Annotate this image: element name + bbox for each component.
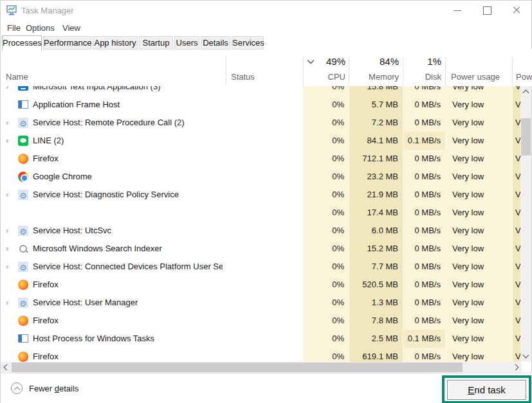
disk-cell: 0 MB/s: [403, 312, 445, 330]
tab-users[interactable]: Users: [174, 36, 199, 49]
cpu-cell: 0%: [303, 348, 349, 362]
tab-strip: ProcessesPerformanceApp historyStartupUs…: [2, 35, 531, 49]
column-header-memory[interactable]: Memory: [349, 72, 399, 82]
memory-cell: 21.9 MB: [349, 186, 403, 204]
expand-chevron-icon[interactable]: ›: [6, 190, 12, 199]
process-name: Service Host: Remote Procedure Call (2): [33, 118, 185, 127]
disk-cell: 0.1 MB/s: [403, 132, 445, 150]
process-row[interactable]: ›Microsoft Text Input Application (3)0%1…: [1, 86, 522, 96]
process-row[interactable]: ›Service Host: Connected Devices Platfor…: [1, 258, 522, 276]
expand-chevron-icon[interactable]: ›: [6, 262, 12, 271]
expand-chevron-icon[interactable]: ›: [6, 118, 12, 127]
tab-services[interactable]: Services: [232, 36, 264, 49]
column-header-name[interactable]: Name: [6, 72, 28, 82]
gear-icon: [18, 118, 28, 128]
process-row[interactable]: Firefox0%712.1 MB0 MB/sVery lowVe: [1, 150, 522, 168]
process-row[interactable]: Host Process for Windows Tasks0%2.5 MB0.…: [1, 330, 522, 348]
power-usage-cell: Very low: [445, 132, 512, 150]
vertical-scrollbar[interactable]: [520, 86, 531, 362]
cpu-cell: 0%: [303, 96, 349, 114]
disk-cell: 0 MB/s: [403, 186, 445, 204]
process-row[interactable]: Firefox0%520.5 MB0 MB/sVery lowVe: [1, 276, 522, 294]
task-manager-window: Task Manager File Options View Processes…: [0, 0, 532, 403]
firefox-icon: [18, 352, 28, 362]
column-header-status[interactable]: Status: [231, 72, 255, 82]
scroll-left-icon[interactable]: [4, 364, 10, 371]
process-row[interactable]: ›Service Host: User Manager0%1.3 MB0 MB/…: [1, 294, 522, 312]
cpu-cell: 0%: [303, 312, 349, 330]
tab-startup[interactable]: Startup: [139, 36, 173, 49]
memory-cell: 17.4 MB: [349, 204, 403, 222]
column-header-power-usage[interactable]: Power usage: [451, 72, 500, 82]
memory-cell: 84.1 MB: [349, 132, 403, 150]
gear-icon: [18, 226, 28, 236]
memory-cell: 1.3 MB: [349, 294, 403, 312]
title-bar: Task Manager: [1, 1, 531, 20]
disk-cell: 0 MB/s: [403, 86, 445, 96]
line-icon: [18, 136, 28, 146]
cpu-cell: 0%: [303, 258, 349, 276]
process-row[interactable]: 0%17.4 MB0 MB/sVery lowVe: [1, 204, 522, 222]
process-name: Firefox: [33, 316, 59, 325]
process-name: Firefox: [33, 280, 59, 289]
disk-cell: 0 MB/s: [403, 240, 445, 258]
disk-cell: 0 MB/s: [403, 204, 445, 222]
process-name: Firefox: [33, 352, 59, 361]
scroll-down-icon[interactable]: [523, 352, 529, 359]
column-header-disk[interactable]: Disk: [403, 72, 441, 82]
power-usage-cell: Very low: [445, 168, 512, 186]
memory-cell: 619.1 MB: [349, 348, 403, 362]
tab-details[interactable]: Details: [201, 36, 230, 49]
expand-chevron-icon[interactable]: ›: [6, 244, 12, 253]
horizontal-scrollbar[interactable]: [1, 362, 522, 373]
process-row[interactable]: Application Frame Host0%5.7 MB0 MB/sVery…: [1, 96, 522, 114]
tab-app-history[interactable]: App history: [93, 36, 138, 49]
menu-options[interactable]: Options: [23, 22, 57, 34]
expand-chevron-icon[interactable]: ›: [6, 226, 12, 235]
scroll-right-icon[interactable]: [513, 364, 519, 371]
cpu-cell: 0%: [303, 186, 349, 204]
power-usage-cell: Very low: [445, 312, 512, 330]
footer-bar: Fewer details End task: [1, 373, 532, 403]
close-button[interactable]: [502, 1, 531, 20]
memory-cell: 15.8 MB: [349, 86, 403, 96]
power-usage-cell: Very low: [445, 222, 512, 240]
process-row[interactable]: Firefox0%619.1 MB0 MB/sVery lowVe: [1, 348, 522, 362]
tab-performance[interactable]: Performance: [43, 36, 91, 49]
firefox-icon: [18, 316, 28, 326]
process-row[interactable]: Google Chrome0%23.2 MB0 MB/sVery lowVe: [1, 168, 522, 186]
process-row[interactable]: ›Service Host: Diagnostic Policy Service…: [1, 186, 522, 204]
cpu-cell: 0%: [303, 240, 349, 258]
memory-cell: 23.2 MB: [349, 168, 403, 186]
process-name: Host Process for Windows Tasks: [33, 334, 154, 343]
window-title: Task Manager: [21, 6, 74, 15]
process-row[interactable]: ›Service Host: Remote Procedure Call (2)…: [1, 114, 522, 132]
power-usage-cell: Very low: [445, 276, 512, 294]
process-row[interactable]: ›LINE (2)0%84.1 MB0.1 MB/sVery lowVe: [1, 132, 522, 150]
horizontal-scrollbar-thumb[interactable]: [12, 363, 463, 372]
expand-chevron-icon[interactable]: ›: [6, 86, 12, 91]
column-header-cpu[interactable]: CPU: [303, 72, 345, 82]
process-row[interactable]: ›Service Host: UtcSvc0%6.0 MB0 MB/sVery …: [1, 222, 522, 240]
expand-chevron-icon[interactable]: ›: [6, 298, 12, 307]
menu-file[interactable]: File: [5, 22, 23, 34]
tab-processes[interactable]: Processes: [2, 35, 42, 50]
minimize-button[interactable]: [443, 1, 472, 20]
scroll-up-icon[interactable]: [523, 90, 529, 96]
cpu-cell: 0%: [303, 204, 349, 222]
process-row[interactable]: ›Microsoft Windows Search Indexer0%15.2 …: [1, 240, 522, 258]
disk-cell: 0 MB/s: [403, 168, 445, 186]
maximize-button[interactable]: [472, 1, 502, 20]
column-header-power-usage-trend[interactable]: Powe: [516, 72, 532, 82]
cpu-cell: 0%: [303, 330, 349, 348]
vertical-scrollbar-thumb[interactable]: [521, 118, 531, 156]
cpu-cell: 0%: [303, 294, 349, 312]
table-header: Name Status 49% CPU 84% Memory 1% Disk P…: [1, 49, 532, 86]
process-row[interactable]: Firefox0%7.8 MB0 MB/sVery lowVe: [1, 312, 522, 330]
menu-view[interactable]: View: [60, 22, 83, 34]
gear-icon: [18, 298, 28, 308]
end-task-button[interactable]: End task: [447, 380, 526, 400]
expand-chevron-icon[interactable]: ›: [6, 136, 12, 145]
memory-cell: 712.1 MB: [349, 150, 403, 168]
memory-cell: 7.7 MB: [349, 258, 403, 276]
